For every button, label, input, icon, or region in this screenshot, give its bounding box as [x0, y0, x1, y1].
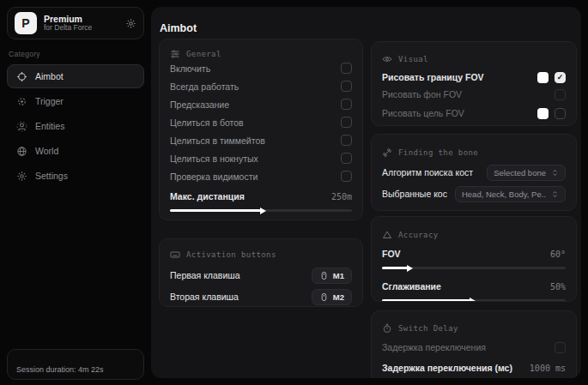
sidebar-item-world[interactable]: World	[7, 139, 144, 163]
page-title: Aimbot	[160, 22, 197, 34]
session-card: Session duration: 4m 22s	[7, 349, 144, 380]
app-title-block: Premium for Delta Force	[44, 14, 118, 33]
toggle-row: Включить	[170, 59, 352, 77]
app-logo: P	[15, 12, 37, 34]
checkbox[interactable]	[555, 108, 566, 119]
smoothing-slider[interactable]	[382, 299, 566, 302]
toggle-row: Целиться в тиммейтов	[170, 131, 352, 149]
key-row: Вторая клавиша M2	[170, 286, 352, 307]
toggle-label: Предсказание	[170, 99, 229, 110]
panel-general-header: General	[170, 49, 352, 59]
checkbox[interactable]	[341, 63, 352, 74]
bone-label: Выбранные кос	[382, 189, 452, 199]
first-key-button[interactable]: M1	[312, 268, 352, 284]
panel-header-label: Activation buttons	[186, 250, 276, 259]
mouse-icon	[319, 271, 329, 280]
slider-label: FOV	[382, 249, 401, 259]
checkbox[interactable]	[555, 342, 566, 353]
sidebar-item-settings[interactable]: Settings	[7, 164, 144, 188]
sidebar-item-entities[interactable]: Entities	[7, 114, 144, 138]
color-swatch[interactable]	[537, 72, 549, 83]
sidebar-item-label: Aimbot	[35, 71, 64, 81]
entities-icon	[16, 121, 27, 132]
visual-row: Рисовать цель FOV	[382, 105, 566, 122]
panel-activation-buttons: Activation buttons Первая клавиша M1 Вто…	[159, 238, 363, 307]
sidebar-item-aimbot[interactable]: Aimbot	[7, 64, 144, 88]
checkbox[interactable]	[341, 99, 352, 110]
panel-header-label: Finding the bone	[398, 148, 478, 157]
panel-header-label: Switch Delay	[398, 324, 458, 333]
sidebar: P Premium for Delta Force Category Aimbo…	[7, 7, 144, 380]
slider-thumb[interactable]	[260, 208, 266, 214]
checkbox[interactable]	[341, 153, 352, 164]
sidebar-nav: Aimbot Trigger Entities	[7, 64, 144, 188]
selected-bones-select[interactable]: Head, Neck, Body, Pe..	[455, 186, 566, 202]
slider-value: 50%	[550, 282, 566, 292]
panel-finding-bone: Finding the bone Алгоритм поиска кост Se…	[371, 134, 577, 211]
app-header-card: P Premium for Delta Force	[7, 7, 144, 39]
sidebar-item-trigger[interactable]: Trigger	[7, 89, 144, 113]
panel-switch-header: Switch Delay	[382, 323, 566, 334]
timer-icon	[382, 323, 392, 334]
eye-icon	[382, 54, 392, 64]
keyboard-icon	[170, 250, 180, 260]
panel-header-label: Accuracy	[398, 231, 439, 239]
visual-label: Рисовать фон FOV	[382, 89, 462, 99]
fov-slider[interactable]	[382, 267, 566, 269]
key-value: M1	[333, 271, 344, 280]
panel-bone-header: Finding the bone	[382, 147, 566, 158]
slider-thumb[interactable]	[470, 298, 476, 303]
sidebar-item-label: Settings	[35, 171, 68, 181]
checkbox[interactable]	[555, 72, 566, 83]
gear-icon[interactable]	[125, 18, 136, 29]
dropdown-value: Head, Neck, Body, Pe..	[462, 189, 546, 199]
chevron-updown-icon	[551, 190, 559, 198]
slider-row: Задержка переключения (мс) 1000 ms	[382, 360, 566, 376]
toggle-row: Всегда работать	[170, 77, 352, 95]
sidebar-item-label: Trigger	[35, 96, 64, 106]
slider-value: 1000 ms	[530, 364, 566, 373]
visual-label: Рисовать границу FOV	[382, 72, 484, 82]
panel-activation-header: Activation buttons	[170, 250, 352, 260]
triangle-icon	[382, 230, 392, 240]
checkbox[interactable]	[555, 89, 566, 100]
slider-row: Макс. дистанция 250m	[170, 189, 352, 204]
checkbox[interactable]	[341, 171, 352, 182]
session-duration: Session duration: 4m 22s	[16, 365, 104, 374]
bone-label: Алгоритм поиска кост	[382, 167, 483, 177]
target-icon	[16, 96, 27, 107]
toggle-label: Задержка переключения	[382, 342, 486, 352]
toggle-row: Предсказание	[170, 95, 352, 113]
toggle-row: Целиться в нокнутых	[170, 149, 352, 167]
sidebar-item-label: World	[35, 146, 58, 156]
key-label: Вторая клавиша	[170, 292, 239, 302]
toggle-row: Целиться в ботов	[170, 113, 352, 131]
dropdown-value: Selected bone	[494, 168, 546, 177]
slider-row: Сглаживание 50%	[382, 279, 566, 294]
visual-label: Рисовать цель FOV	[382, 108, 464, 118]
checkbox[interactable]	[341, 117, 352, 128]
toggle-label: Проверка видимости	[170, 171, 258, 182]
toggle-row: Задержка переключения	[382, 339, 566, 356]
key-label: Первая клавиша	[170, 270, 240, 280]
slider-fill	[170, 209, 261, 212]
panel-switch-delay: Switch Delay Задержка переключения Задер…	[371, 310, 577, 378]
slider-fill	[382, 267, 408, 269]
second-key-button[interactable]: M2	[312, 289, 352, 305]
slider-thumb[interactable]	[407, 265, 413, 272]
color-swatch[interactable]	[537, 108, 549, 119]
bone-algorithm-select[interactable]: Selected bone	[487, 165, 566, 181]
gear-icon	[16, 171, 27, 182]
slider-fill	[382, 299, 470, 302]
visual-row: Рисовать границу FOV	[382, 69, 566, 86]
crosshair-icon	[16, 71, 27, 82]
key-row: Первая клавиша M1	[170, 265, 352, 286]
slider-row: FOV 60°	[382, 246, 566, 262]
panel-accuracy-header: Accuracy	[382, 230, 566, 240]
visual-row: Рисовать фон FOV	[382, 86, 566, 103]
checkbox[interactable]	[341, 81, 352, 92]
checkbox[interactable]	[341, 135, 352, 146]
slider-label: Макс. дистанция	[170, 191, 245, 202]
toggle-label: Всегда работать	[170, 81, 239, 92]
max-distance-slider[interactable]	[170, 209, 352, 212]
